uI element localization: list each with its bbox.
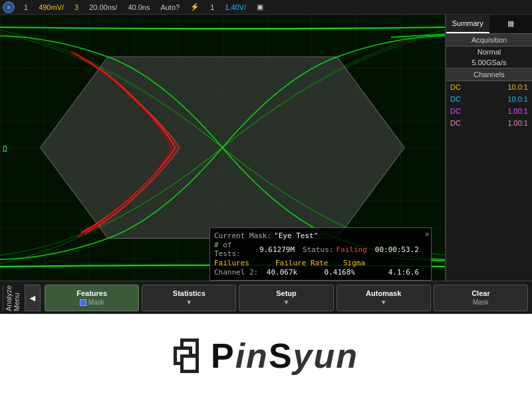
logo-squares-icon bbox=[174, 338, 205, 373]
failure-rate-header: Failure Rate bbox=[275, 259, 335, 267]
tests-value: 9.61279M bbox=[259, 245, 295, 254]
panel-grid-icon: ▦ bbox=[507, 19, 514, 28]
summary-tab[interactable]: Summary bbox=[446, 15, 489, 33]
close-icon[interactable]: ✕ bbox=[425, 229, 430, 239]
setup-button[interactable]: Setup ▼ bbox=[239, 285, 333, 311]
clear-label: Clear bbox=[471, 289, 490, 297]
right-panel: Summary ▦ Acquisition Normal 5.00GSa/s C… bbox=[446, 15, 532, 281]
main-area: Ω ✕ Current Mask: "Eye Test" # of Tests:… bbox=[0, 15, 532, 281]
mask-label: Current Mask: bbox=[214, 231, 271, 240]
ch4-label: DC bbox=[450, 119, 461, 127]
acq-rate-value: 5.00GSa/s bbox=[450, 59, 528, 66]
acq-mode-value: Normal bbox=[450, 48, 528, 56]
scroll-left-button[interactable]: ◄ bbox=[25, 285, 41, 311]
clear-mask-sub: Mask bbox=[473, 299, 489, 306]
mask-sub: Mask bbox=[80, 299, 104, 306]
channel2-label: 3 bbox=[74, 3, 78, 11]
statistics-button[interactable]: Statistics ▼ bbox=[142, 285, 236, 311]
channel3-label: 1 bbox=[210, 3, 214, 11]
sigma-value: 4.1:6.6 bbox=[388, 268, 419, 277]
failures-header: Failures bbox=[214, 259, 267, 267]
ch3-label: DC bbox=[450, 107, 461, 115]
svg-text:Ω: Ω bbox=[3, 144, 7, 154]
channel1-label: 1 bbox=[24, 3, 28, 11]
logo-sq3 bbox=[180, 354, 199, 373]
sigma-header: Sigma bbox=[343, 259, 365, 267]
clear-mask-button[interactable]: Clear Mask bbox=[434, 285, 528, 311]
summary-tab-label: Summary bbox=[452, 19, 483, 27]
settings-icon[interactable]: ▣ bbox=[257, 3, 263, 11]
features-mask-button[interactable]: Features Mask bbox=[45, 285, 139, 311]
failures-value: 40.067k bbox=[267, 268, 317, 277]
ch2-value: 10.0:1 bbox=[464, 95, 528, 103]
ch1-label: DC bbox=[450, 83, 461, 91]
status-label: Status: bbox=[303, 245, 333, 254]
setup-arrow: ▼ bbox=[283, 299, 290, 306]
ch3-value: 1.00:1 bbox=[464, 107, 528, 115]
automask-arrow: ▼ bbox=[380, 299, 387, 306]
trigger-label: Auto? bbox=[160, 3, 180, 11]
channel-label: Channel 2: bbox=[214, 268, 264, 277]
panel-tabs: Summary ▦ bbox=[446, 15, 532, 33]
voltage-label: 490mV/ bbox=[39, 3, 64, 11]
tests-label: # of Tests: bbox=[214, 241, 257, 258]
ch2-label: DC bbox=[450, 95, 461, 103]
analyze-label: Analyze Menu bbox=[3, 285, 22, 311]
status-value: Failing bbox=[336, 245, 366, 254]
ch4-value: 1.00:1 bbox=[464, 119, 528, 127]
statistics-arrow: ▼ bbox=[186, 299, 192, 306]
info-box: ✕ Current Mask: "Eye Test" # of Tests: 9… bbox=[209, 227, 432, 281]
ch1-value: 10.0:1 bbox=[464, 83, 528, 91]
oscilloscope-screen: Ω ✕ Current Mask: "Eye Test" # of Tests:… bbox=[0, 15, 446, 281]
trigger-icon: ⚡ bbox=[190, 3, 200, 11]
acq-rate-row: 5.00GSa/s bbox=[446, 57, 532, 68]
logo-text: PinSyun bbox=[211, 336, 358, 376]
time2-label: 40.0ns bbox=[128, 3, 150, 11]
automask-label: Automask bbox=[366, 289, 401, 297]
time1-label: 20.00ns/ bbox=[89, 3, 117, 11]
panel-icon-tab[interactable]: ▦ bbox=[489, 15, 533, 33]
acquisition-header: Acquisition bbox=[446, 33, 532, 47]
channel-row-1: DC 10.0:1 bbox=[446, 81, 532, 93]
setup-label: Setup bbox=[276, 289, 297, 297]
logo: PinSyun bbox=[174, 336, 358, 376]
mask-value: "Eye Test" bbox=[274, 231, 318, 240]
features-label: Features bbox=[76, 289, 107, 297]
channel-row-4: DC 1.00:1 bbox=[446, 117, 532, 129]
channels-header: Channels bbox=[446, 68, 532, 81]
failure-rate-value: 0.4168% bbox=[325, 268, 380, 277]
logo-area: PinSyun bbox=[0, 314, 532, 397]
statistics-label: Statistics bbox=[173, 289, 205, 297]
channel-row-3: DC 1.00:1 bbox=[446, 105, 532, 117]
voltage2-label: 1.40V/ bbox=[225, 3, 246, 11]
bottom-menu: Analyze Menu ◄ Features Mask Statistics … bbox=[0, 281, 532, 314]
menu-icon[interactable]: ≡ bbox=[3, 1, 15, 13]
acq-mode-row: Normal bbox=[446, 47, 532, 57]
automask-button[interactable]: Automask ▼ bbox=[336, 285, 431, 311]
top-toolbar: ≡ 1 490mV/ 3 20.00ns/ 40.0ns Auto? ⚡ 1 1… bbox=[0, 0, 532, 15]
channel-row-2: DC 10.0:1 bbox=[446, 93, 532, 105]
mask-icon bbox=[80, 299, 86, 306]
time-value: 00:00:53.2 bbox=[375, 245, 419, 254]
